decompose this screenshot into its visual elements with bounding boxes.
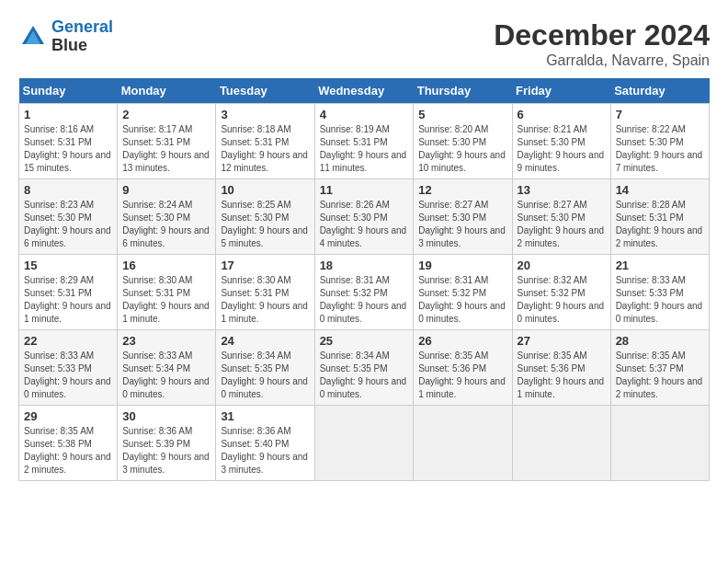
calendar-cell: 8Sunrise: 8:23 AM Sunset: 5:30 PM Daylig… [19, 179, 118, 255]
calendar-cell [314, 406, 414, 481]
day-info: Sunrise: 8:24 AM Sunset: 5:30 PM Dayligh… [122, 199, 210, 250]
calendar-cell: 2Sunrise: 8:17 AM Sunset: 5:31 PM Daylig… [118, 104, 216, 179]
day-info: Sunrise: 8:36 AM Sunset: 5:39 PM Dayligh… [122, 425, 210, 477]
calendar-cell: 31Sunrise: 8:36 AM Sunset: 5:40 PM Dayli… [216, 406, 314, 481]
day-number: 18 [320, 259, 409, 272]
day-number: 2 [122, 108, 210, 121]
header-sunday: Sunday [19, 78, 118, 104]
header-thursday: Thursday [414, 78, 512, 104]
day-info: Sunrise: 8:35 AM Sunset: 5:36 PM Dayligh… [418, 350, 506, 401]
calendar-cell: 27Sunrise: 8:35 AM Sunset: 5:36 PM Dayli… [512, 330, 610, 406]
calendar-cell: 10Sunrise: 8:25 AM Sunset: 5:30 PM Dayli… [216, 179, 314, 255]
calendar-cell [414, 406, 512, 481]
logo-text: GeneralBlue [51, 18, 113, 55]
header-monday: Monday [118, 78, 216, 104]
page-header: GeneralBlue December 2024 Garralda, Nava… [18, 18, 710, 69]
day-info: Sunrise: 8:30 AM Sunset: 5:31 PM Dayligh… [221, 274, 309, 326]
day-number: 4 [320, 108, 409, 121]
day-info: Sunrise: 8:26 AM Sunset: 5:30 PM Dayligh… [320, 199, 409, 250]
calendar-cell: 7Sunrise: 8:22 AM Sunset: 5:30 PM Daylig… [610, 104, 709, 179]
day-info: Sunrise: 8:31 AM Sunset: 5:32 PM Dayligh… [320, 274, 409, 326]
calendar-table: SundayMondayTuesdayWednesdayThursdayFrid… [18, 78, 710, 481]
day-number: 26 [418, 334, 506, 348]
day-info: Sunrise: 8:34 AM Sunset: 5:35 PM Dayligh… [221, 350, 309, 401]
day-info: Sunrise: 8:32 AM Sunset: 5:32 PM Dayligh… [518, 274, 606, 326]
day-info: Sunrise: 8:27 AM Sunset: 5:30 PM Dayligh… [518, 199, 606, 250]
calendar-cell: 16Sunrise: 8:30 AM Sunset: 5:31 PM Dayli… [118, 255, 216, 330]
day-number: 20 [518, 259, 606, 272]
header-friday: Friday [512, 78, 610, 104]
calendar-cell: 14Sunrise: 8:28 AM Sunset: 5:31 PM Dayli… [610, 179, 709, 255]
day-info: Sunrise: 8:19 AM Sunset: 5:31 PM Dayligh… [320, 123, 409, 175]
day-info: Sunrise: 8:20 AM Sunset: 5:30 PM Dayligh… [418, 123, 506, 175]
calendar-cell: 1Sunrise: 8:16 AM Sunset: 5:31 PM Daylig… [19, 104, 118, 179]
day-number: 22 [24, 334, 112, 348]
day-info: Sunrise: 8:34 AM Sunset: 5:35 PM Dayligh… [320, 350, 409, 401]
calendar-cell: 20Sunrise: 8:32 AM Sunset: 5:32 PM Dayli… [512, 255, 610, 330]
logo-icon [18, 22, 48, 52]
calendar-cell: 13Sunrise: 8:27 AM Sunset: 5:30 PM Dayli… [512, 179, 610, 255]
calendar-cell: 6Sunrise: 8:21 AM Sunset: 5:30 PM Daylig… [512, 104, 610, 179]
calendar-cell: 9Sunrise: 8:24 AM Sunset: 5:30 PM Daylig… [118, 179, 216, 255]
day-info: Sunrise: 8:36 AM Sunset: 5:40 PM Dayligh… [221, 425, 309, 477]
logo: GeneralBlue [18, 18, 113, 55]
calendar-cell: 21Sunrise: 8:33 AM Sunset: 5:33 PM Dayli… [610, 255, 709, 330]
day-info: Sunrise: 8:30 AM Sunset: 5:31 PM Dayligh… [122, 274, 210, 326]
day-number: 1 [24, 108, 112, 121]
day-number: 14 [616, 183, 704, 197]
month-title: December 2024 [494, 18, 710, 52]
title-block: December 2024 Garralda, Navarre, Spain [494, 18, 710, 69]
day-number: 8 [24, 183, 112, 197]
day-info: Sunrise: 8:27 AM Sunset: 5:30 PM Dayligh… [418, 199, 506, 250]
day-info: Sunrise: 8:33 AM Sunset: 5:34 PM Dayligh… [122, 350, 210, 401]
day-number: 31 [221, 409, 309, 423]
day-number: 7 [616, 108, 704, 121]
day-info: Sunrise: 8:25 AM Sunset: 5:30 PM Dayligh… [221, 199, 309, 250]
day-number: 16 [122, 259, 210, 272]
day-number: 9 [122, 183, 210, 197]
day-number: 3 [221, 108, 309, 121]
calendar-week-2: 8Sunrise: 8:23 AM Sunset: 5:30 PM Daylig… [19, 179, 710, 255]
day-info: Sunrise: 8:29 AM Sunset: 5:31 PM Dayligh… [24, 274, 112, 326]
calendar-cell [610, 406, 709, 481]
day-number: 5 [418, 108, 506, 121]
day-number: 19 [418, 259, 506, 272]
day-number: 13 [518, 183, 606, 197]
day-number: 30 [122, 409, 210, 423]
day-number: 10 [221, 183, 309, 197]
calendar-week-5: 29Sunrise: 8:35 AM Sunset: 5:38 PM Dayli… [19, 406, 710, 481]
day-number: 23 [122, 334, 210, 348]
calendar-cell: 19Sunrise: 8:31 AM Sunset: 5:32 PM Dayli… [414, 255, 512, 330]
calendar-cell: 15Sunrise: 8:29 AM Sunset: 5:31 PM Dayli… [19, 255, 118, 330]
calendar-cell: 28Sunrise: 8:35 AM Sunset: 5:37 PM Dayli… [610, 330, 709, 406]
day-info: Sunrise: 8:35 AM Sunset: 5:38 PM Dayligh… [24, 425, 112, 477]
day-info: Sunrise: 8:28 AM Sunset: 5:31 PM Dayligh… [616, 199, 704, 250]
calendar-cell: 30Sunrise: 8:36 AM Sunset: 5:39 PM Dayli… [118, 406, 216, 481]
calendar-cell: 26Sunrise: 8:35 AM Sunset: 5:36 PM Dayli… [414, 330, 512, 406]
header-tuesday: Tuesday [216, 78, 314, 104]
calendar-cell: 23Sunrise: 8:33 AM Sunset: 5:34 PM Dayli… [118, 330, 216, 406]
day-info: Sunrise: 8:17 AM Sunset: 5:31 PM Dayligh… [122, 123, 210, 175]
calendar-cell: 3Sunrise: 8:18 AM Sunset: 5:31 PM Daylig… [216, 104, 314, 179]
day-number: 11 [320, 183, 409, 197]
day-number: 29 [24, 409, 112, 423]
calendar-week-1: 1Sunrise: 8:16 AM Sunset: 5:31 PM Daylig… [19, 104, 710, 179]
day-number: 17 [221, 259, 309, 272]
day-number: 24 [221, 334, 309, 348]
day-number: 6 [518, 108, 606, 121]
calendar-cell: 12Sunrise: 8:27 AM Sunset: 5:30 PM Dayli… [414, 179, 512, 255]
calendar-cell: 17Sunrise: 8:30 AM Sunset: 5:31 PM Dayli… [216, 255, 314, 330]
calendar-cell: 11Sunrise: 8:26 AM Sunset: 5:30 PM Dayli… [314, 179, 414, 255]
calendar-week-3: 15Sunrise: 8:29 AM Sunset: 5:31 PM Dayli… [19, 255, 710, 330]
day-info: Sunrise: 8:23 AM Sunset: 5:30 PM Dayligh… [24, 199, 112, 250]
calendar-cell: 25Sunrise: 8:34 AM Sunset: 5:35 PM Dayli… [314, 330, 414, 406]
calendar-cell: 24Sunrise: 8:34 AM Sunset: 5:35 PM Dayli… [216, 330, 314, 406]
day-number: 12 [418, 183, 506, 197]
day-number: 15 [24, 259, 112, 272]
day-number: 21 [616, 259, 704, 272]
day-info: Sunrise: 8:33 AM Sunset: 5:33 PM Dayligh… [616, 274, 704, 326]
calendar-header-row: SundayMondayTuesdayWednesdayThursdayFrid… [19, 78, 710, 104]
header-wednesday: Wednesday [314, 78, 414, 104]
calendar-cell: 5Sunrise: 8:20 AM Sunset: 5:30 PM Daylig… [414, 104, 512, 179]
day-info: Sunrise: 8:22 AM Sunset: 5:30 PM Dayligh… [616, 123, 704, 175]
